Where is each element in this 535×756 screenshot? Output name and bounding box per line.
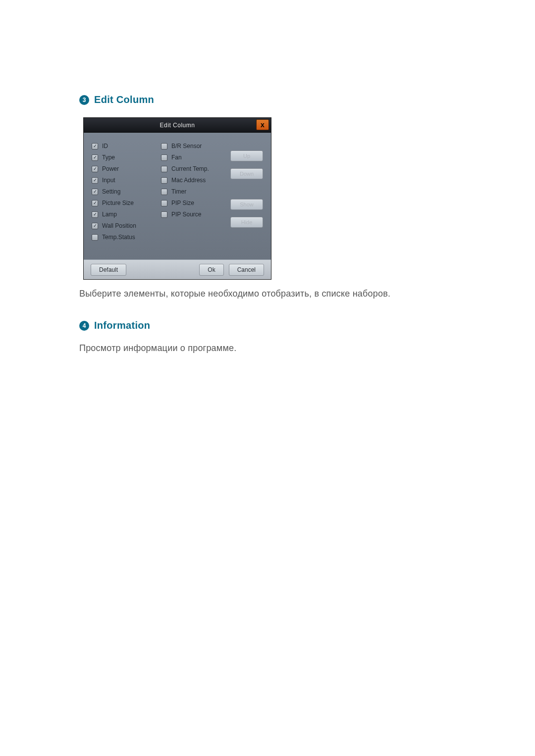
check-row-type[interactable]: ✓Type <box>92 154 161 161</box>
check-label: Temp.Status <box>102 234 135 241</box>
check-row-fan[interactable]: ✓Fan <box>161 154 225 161</box>
checkbox-icon[interactable]: ✓ <box>161 189 167 195</box>
check-label: Timer <box>171 188 186 195</box>
section-4-heading: 4 Information <box>79 320 456 331</box>
check-label: Type <box>102 154 115 161</box>
checkbox-icon[interactable]: ✓ <box>92 154 98 161</box>
check-label: Lamp <box>102 211 117 218</box>
edit-column-dialog: Edit Column x ✓ID ✓Type ✓Power ✓Input ✓S… <box>83 117 271 280</box>
section-number-badge: 4 <box>79 321 89 331</box>
dialog-titlebar: Edit Column x <box>84 118 271 133</box>
check-row-br-sensor[interactable]: ✓B/R Sensor <box>161 143 225 150</box>
section-4-description: Просмотр информации о программе. <box>79 343 456 353</box>
checkbox-icon[interactable]: ✓ <box>92 211 98 218</box>
checkbox-icon[interactable]: ✓ <box>92 200 98 206</box>
check-row-current-temp[interactable]: ✓Current Temp. <box>161 165 225 172</box>
check-row-power[interactable]: ✓Power <box>92 165 161 172</box>
checkbox-icon[interactable]: ✓ <box>161 200 167 206</box>
check-label: ID <box>102 143 108 150</box>
cancel-button[interactable]: Cancel <box>229 264 264 276</box>
hide-button[interactable]: Hide <box>230 217 263 228</box>
close-button[interactable]: x <box>256 119 269 130</box>
left-column: ✓ID ✓Type ✓Power ✓Input ✓Setting ✓Pictur… <box>92 143 161 251</box>
section-3-title: Edit Column <box>94 94 154 105</box>
show-button[interactable]: Show <box>230 199 263 210</box>
check-label: Power <box>102 165 119 172</box>
check-label: Fan <box>171 154 182 161</box>
check-row-pip-source[interactable]: ✓PIP Source <box>161 211 225 218</box>
check-row-pip-size[interactable]: ✓PIP Size <box>161 200 225 206</box>
page-content: 3 Edit Column Edit Column x ✓ID ✓Type ✓P… <box>79 94 456 374</box>
check-label: Input <box>102 177 115 184</box>
ok-button[interactable]: Ok <box>199 264 223 276</box>
check-row-picture-size[interactable]: ✓Picture Size <box>92 200 161 206</box>
checkbox-icon[interactable]: ✓ <box>92 177 98 184</box>
spacer <box>230 186 263 192</box>
section-number-badge: 3 <box>79 95 89 105</box>
check-row-wall-position[interactable]: ✓Wall Position <box>92 222 161 229</box>
check-label: Current Temp. <box>171 165 209 172</box>
down-button[interactable]: Down <box>230 168 263 179</box>
section-3-description: Выберите элементы, которые необходимо от… <box>79 289 456 299</box>
check-row-timer[interactable]: ✓Timer <box>161 188 225 195</box>
check-label: Wall Position <box>102 222 136 229</box>
checkbox-icon[interactable]: ✓ <box>92 223 98 229</box>
check-row-temp-status[interactable]: ✓Temp.Status <box>92 234 161 241</box>
checkbox-icon[interactable]: ✓ <box>161 143 167 150</box>
checkbox-icon[interactable]: ✓ <box>161 166 167 172</box>
checkbox-icon[interactable]: ✓ <box>92 143 98 150</box>
default-button[interactable]: Default <box>91 264 126 276</box>
checkbox-icon[interactable]: ✓ <box>161 154 167 161</box>
check-row-mac-address[interactable]: ✓Mac Address <box>161 177 225 184</box>
right-column: ✓B/R Sensor ✓Fan ✓Current Temp. ✓Mac Add… <box>161 143 225 251</box>
check-label: Mac Address <box>171 177 206 184</box>
checkbox-icon[interactable]: ✓ <box>92 234 98 241</box>
close-icon: x <box>261 121 265 129</box>
dialog-title: Edit Column <box>160 122 195 129</box>
checkbox-icon[interactable]: ✓ <box>161 211 167 218</box>
check-label: PIP Source <box>171 211 201 218</box>
side-buttons: Up Down Show Hide <box>230 151 263 228</box>
check-label: Picture Size <box>102 200 134 206</box>
check-label: B/R Sensor <box>171 143 202 150</box>
check-row-id[interactable]: ✓ID <box>92 143 161 150</box>
checkbox-icon[interactable]: ✓ <box>92 189 98 195</box>
checkbox-icon[interactable]: ✓ <box>92 166 98 172</box>
dialog-body: ✓ID ✓Type ✓Power ✓Input ✓Setting ✓Pictur… <box>84 133 271 259</box>
section-3-heading: 3 Edit Column <box>79 94 456 105</box>
section-4-title: Information <box>94 320 150 331</box>
check-label: Setting <box>102 188 120 195</box>
dialog-footer: Default Ok Cancel <box>84 259 271 279</box>
check-row-setting[interactable]: ✓Setting <box>92 188 161 195</box>
checkbox-icon[interactable]: ✓ <box>161 177 167 184</box>
check-label: PIP Size <box>171 200 194 206</box>
check-row-lamp[interactable]: ✓Lamp <box>92 211 161 218</box>
check-row-input[interactable]: ✓Input <box>92 177 161 184</box>
up-button[interactable]: Up <box>230 151 263 161</box>
